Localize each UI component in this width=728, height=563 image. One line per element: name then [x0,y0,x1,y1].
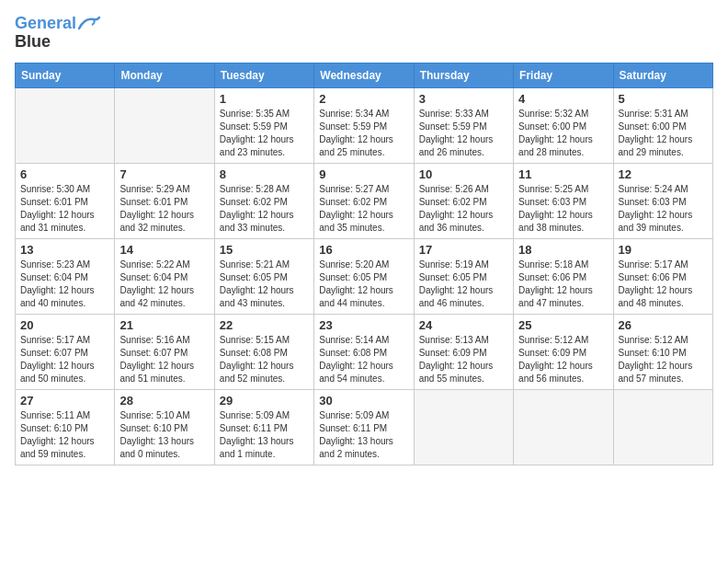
day-number: 18 [518,243,608,257]
day-number: 10 [419,167,508,181]
calendar-cell: 30Sunrise: 5:09 AMSunset: 6:11 PMDayligh… [314,389,414,465]
calendar-week-row: 13Sunrise: 5:23 AMSunset: 6:04 PMDayligh… [16,238,713,314]
day-info: Sunrise: 5:09 AMSunset: 6:11 PMDaylight:… [319,409,408,461]
calendar-cell: 19Sunrise: 5:17 AMSunset: 6:06 PMDayligh… [613,238,712,314]
calendar-cell: 17Sunrise: 5:19 AMSunset: 6:05 PMDayligh… [414,238,513,314]
day-info: Sunrise: 5:28 AMSunset: 6:02 PMDaylight:… [220,183,309,235]
calendar-cell: 15Sunrise: 5:21 AMSunset: 6:05 PMDayligh… [214,238,313,314]
day-info: Sunrise: 5:12 AMSunset: 6:09 PMDaylight:… [518,334,608,385]
day-info: Sunrise: 5:35 AMSunset: 5:59 PMDaylight:… [220,108,309,159]
day-number: 23 [319,318,408,332]
calendar-week-row: 20Sunrise: 5:17 AMSunset: 6:07 PMDayligh… [16,314,713,389]
calendar-cell: 5Sunrise: 5:31 AMSunset: 6:00 PMDaylight… [613,87,712,163]
calendar-cell: 3Sunrise: 5:33 AMSunset: 5:59 PMDaylight… [414,87,513,163]
day-number: 16 [319,243,408,257]
day-info: Sunrise: 5:32 AMSunset: 6:00 PMDaylight:… [518,108,608,159]
day-number: 3 [419,92,508,106]
calendar-cell: 7Sunrise: 5:29 AMSunset: 6:01 PMDaylight… [115,163,214,238]
calendar-cell [115,87,214,163]
day-number: 14 [119,243,209,257]
day-number: 17 [419,243,508,257]
day-info: Sunrise: 5:30 AMSunset: 6:01 PMDaylight:… [20,183,109,235]
day-info: Sunrise: 5:14 AMSunset: 6:08 PMDaylight:… [319,334,408,385]
day-info: Sunrise: 5:09 AMSunset: 6:11 PMDaylight:… [220,409,309,461]
day-info: Sunrise: 5:16 AMSunset: 6:07 PMDaylight:… [119,334,209,385]
calendar-cell [514,389,613,465]
calendar-cell: 14Sunrise: 5:22 AMSunset: 6:04 PMDayligh… [115,238,214,314]
calendar-cell: 11Sunrise: 5:25 AMSunset: 6:03 PMDayligh… [514,163,613,238]
weekday-header-monday: Monday [115,63,214,87]
calendar-cell: 8Sunrise: 5:28 AMSunset: 6:02 PMDaylight… [214,163,313,238]
day-number: 20 [20,318,109,332]
calendar-cell [414,389,513,465]
day-number: 26 [619,318,708,332]
logo-text: General Blue [15,15,101,52]
calendar-cell: 24Sunrise: 5:13 AMSunset: 6:09 PMDayligh… [414,314,513,389]
calendar-cell: 22Sunrise: 5:15 AMSunset: 6:08 PMDayligh… [214,314,313,389]
day-info: Sunrise: 5:22 AMSunset: 6:04 PMDaylight:… [119,259,209,310]
logo-bird-icon [77,16,101,32]
day-number: 28 [119,394,209,408]
weekday-header-tuesday: Tuesday [214,63,313,87]
day-info: Sunrise: 5:10 AMSunset: 6:10 PMDaylight:… [119,409,209,461]
calendar-cell: 21Sunrise: 5:16 AMSunset: 6:07 PMDayligh… [115,314,214,389]
day-number: 27 [20,394,109,408]
day-number: 2 [319,92,408,106]
day-number: 30 [319,394,408,408]
day-info: Sunrise: 5:15 AMSunset: 6:08 PMDaylight:… [220,334,309,385]
calendar-week-row: 6Sunrise: 5:30 AMSunset: 6:01 PMDaylight… [16,163,713,238]
day-info: Sunrise: 5:19 AMSunset: 6:05 PMDaylight:… [419,259,508,310]
calendar-cell: 29Sunrise: 5:09 AMSunset: 6:11 PMDayligh… [214,389,313,465]
weekday-header-thursday: Thursday [414,63,513,87]
calendar-cell: 27Sunrise: 5:11 AMSunset: 6:10 PMDayligh… [16,389,115,465]
day-number: 15 [220,243,309,257]
calendar-cell: 26Sunrise: 5:12 AMSunset: 6:10 PMDayligh… [613,314,712,389]
calendar-cell: 9Sunrise: 5:27 AMSunset: 6:02 PMDaylight… [314,163,414,238]
calendar-cell: 16Sunrise: 5:20 AMSunset: 6:05 PMDayligh… [314,238,414,314]
day-info: Sunrise: 5:17 AMSunset: 6:07 PMDaylight:… [20,334,109,385]
calendar-cell: 12Sunrise: 5:24 AMSunset: 6:03 PMDayligh… [613,163,712,238]
weekday-header-saturday: Saturday [613,63,712,87]
day-info: Sunrise: 5:17 AMSunset: 6:06 PMDaylight:… [619,259,708,310]
calendar-week-row: 1Sunrise: 5:35 AMSunset: 5:59 PMDaylight… [16,87,713,163]
day-number: 7 [119,167,209,181]
day-info: Sunrise: 5:33 AMSunset: 5:59 PMDaylight:… [419,108,508,159]
calendar-cell: 25Sunrise: 5:12 AMSunset: 6:09 PMDayligh… [514,314,613,389]
day-info: Sunrise: 5:20 AMSunset: 6:05 PMDaylight:… [319,259,408,310]
calendar-cell: 13Sunrise: 5:23 AMSunset: 6:04 PMDayligh… [16,238,115,314]
day-number: 11 [518,167,608,181]
day-number: 4 [518,92,608,106]
calendar-cell: 6Sunrise: 5:30 AMSunset: 6:01 PMDaylight… [16,163,115,238]
day-number: 21 [119,318,209,332]
day-info: Sunrise: 5:27 AMSunset: 6:02 PMDaylight:… [319,183,408,235]
day-number: 13 [20,243,109,257]
calendar-cell: 28Sunrise: 5:10 AMSunset: 6:10 PMDayligh… [115,389,214,465]
day-info: Sunrise: 5:12 AMSunset: 6:10 PMDaylight:… [619,334,708,385]
page-header: General Blue [15,15,713,52]
day-number: 25 [518,318,608,332]
calendar-cell: 2Sunrise: 5:34 AMSunset: 5:59 PMDaylight… [314,87,414,163]
day-info: Sunrise: 5:26 AMSunset: 6:02 PMDaylight:… [419,183,508,235]
day-info: Sunrise: 5:31 AMSunset: 6:00 PMDaylight:… [619,108,708,159]
calendar-cell [613,389,712,465]
calendar-body: 1Sunrise: 5:35 AMSunset: 5:59 PMDaylight… [16,87,713,465]
day-info: Sunrise: 5:23 AMSunset: 6:04 PMDaylight:… [20,259,109,310]
calendar-table: SundayMondayTuesdayWednesdayThursdayFrid… [15,63,713,465]
day-info: Sunrise: 5:34 AMSunset: 5:59 PMDaylight:… [319,108,408,159]
day-info: Sunrise: 5:18 AMSunset: 6:06 PMDaylight:… [518,259,608,310]
day-number: 5 [619,92,708,106]
weekday-header-sunday: Sunday [16,63,115,87]
calendar-cell [16,87,115,163]
day-info: Sunrise: 5:21 AMSunset: 6:05 PMDaylight:… [220,259,309,310]
calendar-cell: 20Sunrise: 5:17 AMSunset: 6:07 PMDayligh… [16,314,115,389]
weekday-header-wednesday: Wednesday [314,63,414,87]
calendar-week-row: 27Sunrise: 5:11 AMSunset: 6:10 PMDayligh… [16,389,713,465]
calendar-header-row: SundayMondayTuesdayWednesdayThursdayFrid… [16,63,713,87]
calendar-cell: 23Sunrise: 5:14 AMSunset: 6:08 PMDayligh… [314,314,414,389]
day-number: 9 [319,167,408,181]
day-number: 12 [619,167,708,181]
day-info: Sunrise: 5:29 AMSunset: 6:01 PMDaylight:… [119,183,209,235]
day-number: 22 [220,318,309,332]
day-number: 29 [220,394,309,408]
day-number: 19 [619,243,708,257]
